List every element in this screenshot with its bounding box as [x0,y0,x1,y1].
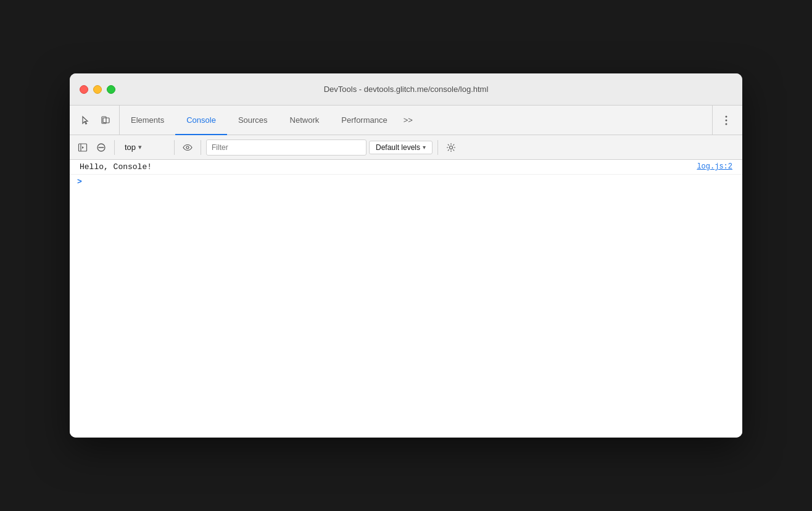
svg-marker-8 [82,146,84,149]
filter-input[interactable] [206,139,367,156]
toolbar-divider-2 [174,140,175,155]
main-toolbar: Elements Console Sources Network Perform… [70,106,742,135]
clear-console-button[interactable] [93,139,109,156]
titlebar: DevTools - devtools.glitch.me/console/lo… [70,73,742,106]
default-levels-button[interactable]: Default levels ▾ [369,141,433,154]
tab-elements[interactable]: Elements [120,106,175,135]
device-toggle-button[interactable] [97,112,114,129]
context-arrow-icon: ▾ [138,143,142,151]
tab-sources[interactable]: Sources [227,106,279,135]
close-button[interactable] [80,85,88,94]
console-prompt-icon: > [77,177,82,186]
more-options-button[interactable] [718,112,735,129]
tab-bar: Elements Console Sources Network Perform… [120,106,712,135]
devtools-window: DevTools - devtools.glitch.me/console/lo… [70,73,742,438]
svg-point-12 [450,146,453,149]
svg-point-3 [726,115,727,117]
tab-console[interactable]: Console [175,106,227,135]
levels-arrow-icon: ▾ [423,144,426,151]
toolbar-icon-group [72,106,120,135]
console-log-entry: Hello, Console! log.js:2 [70,160,742,175]
context-selector[interactable]: top ▾ [120,141,169,153]
tab-network[interactable]: Network [279,106,331,135]
console-log-text: Hello, Console! [80,162,152,172]
tab-performance[interactable]: Performance [330,106,398,135]
toolbar-end [712,106,740,135]
settings-button[interactable] [443,139,459,156]
cursor-icon-button[interactable] [77,112,94,129]
toolbar-divider-3 [201,140,201,155]
console-sidebar-button[interactable] [75,139,91,156]
svg-point-11 [186,146,189,149]
console-log-source[interactable]: log.js:2 [697,162,732,171]
maximize-button[interactable] [107,85,115,94]
more-tabs-button[interactable]: >> [399,106,418,135]
traffic-lights [80,85,115,94]
toolbar-divider-1 [114,140,115,155]
eye-button[interactable] [180,139,196,156]
console-output: Hello, Console! log.js:2 > [70,160,742,438]
minimize-button[interactable] [93,85,102,94]
window-title: DevTools - devtools.glitch.me/console/lo… [324,85,489,94]
toolbar-divider-4 [437,140,438,155]
svg-point-5 [726,123,727,125]
console-toolbar: top ▾ Default levels ▾ [70,135,742,160]
svg-point-4 [726,119,727,121]
console-prompt-row[interactable]: > [70,175,742,189]
